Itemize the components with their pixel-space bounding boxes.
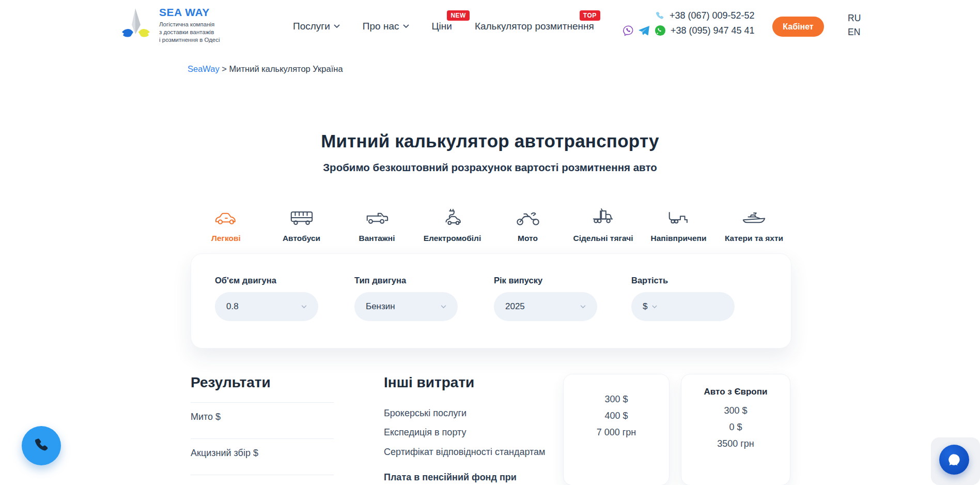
chat-fab-button[interactable]: [939, 445, 969, 475]
cost-label: Вартість: [631, 276, 735, 285]
tab-label: Катери та яхти: [725, 234, 783, 243]
breadcrumb-separator: >: [222, 64, 227, 73]
tab-semi-tractors[interactable]: Сідельні тягачі: [566, 203, 641, 243]
tab-label: Сідельні тягачі: [573, 234, 633, 243]
tab-cars[interactable]: Легкові: [189, 203, 264, 243]
tab-buses[interactable]: Автобуси: [264, 203, 339, 243]
call-fab-button[interactable]: [22, 426, 61, 465]
year-label: Рік випуску: [494, 276, 597, 285]
logo-tagline: Логістична компанія з доставки вантажів …: [159, 21, 220, 44]
currency-select[interactable]: $: [643, 301, 647, 312]
card-value: 300 $: [681, 405, 790, 416]
nav-label: Про нас: [363, 21, 399, 32]
nav-label: Калькулятор розмитнення: [475, 21, 594, 32]
telegram-icon[interactable]: [639, 25, 650, 36]
chat-bubble-icon: [946, 452, 962, 467]
cost-group: Вартість $: [631, 276, 735, 321]
logo-title: SEA WAY: [159, 6, 220, 19]
breadcrumb-current: Митний калькулятор Україна: [229, 64, 343, 73]
lang-ru[interactable]: RU: [848, 12, 861, 25]
motorcycle-icon: [515, 203, 541, 226]
engine-type-select[interactable]: Бензин: [354, 292, 458, 321]
card-title: Авто з Європи: [681, 387, 790, 397]
viber-icon[interactable]: [623, 25, 634, 36]
breadcrumb: SeaWay > Митний калькулятор Україна: [188, 64, 343, 74]
page-subtitle: Зробимо безкоштовний розрахунок вартості…: [0, 161, 980, 174]
car-icon: [213, 203, 239, 226]
nav-item-services[interactable]: Послуги: [293, 21, 340, 32]
tab-moto[interactable]: Мото: [490, 203, 566, 243]
result-row-duty: Мито $: [191, 402, 334, 438]
tab-label: Мото: [518, 234, 538, 243]
engine-volume-value: 0.8: [226, 301, 239, 312]
tab-semi-trailers[interactable]: Напівпричепи: [641, 203, 717, 243]
year-group: Рік випуску 2025: [494, 276, 597, 321]
phone-number-1[interactable]: +38 (067) 009-52-52: [670, 10, 755, 21]
chevron-down-icon: [403, 24, 409, 28]
nav-item-about[interactable]: Про нас: [363, 21, 409, 32]
vehicle-type-tabs: Легкові Автобуси Вантажні: [189, 203, 792, 243]
chevron-down-icon: [334, 24, 340, 28]
costs-card-general: 300 $ 400 $ 7 000 грн: [563, 374, 670, 485]
tab-label: Електромобілі: [424, 234, 481, 243]
top-badge: TOP: [580, 10, 600, 21]
year-select[interactable]: 2025: [494, 292, 597, 321]
cost-item-pension-fund: Плата в пенсійний фонд при реєстрації МР…: [384, 472, 539, 485]
chevron-down-icon: [580, 305, 586, 309]
engine-volume-group: Об'єм двигуна 0.8: [215, 276, 318, 321]
result-row-excise: Акцизний збір $: [191, 438, 334, 475]
card-value: 3500 грн: [681, 438, 790, 449]
page-title: Митний калькулятор автотранспорту: [0, 131, 980, 151]
tab-trucks[interactable]: Вантажні: [339, 203, 415, 243]
phone-icon: [655, 11, 665, 21]
seaway-logo-icon: [120, 7, 152, 43]
cost-item-certificate: Сертифікат відповідності стандартам: [384, 446, 570, 458]
engine-type-value: Бензин: [366, 301, 395, 312]
truck-icon: [364, 203, 390, 226]
card-value: 0 $: [681, 422, 790, 433]
phone-number-2[interactable]: +38 (095) 947 45 41: [671, 25, 755, 36]
engine-volume-label: Об'єм двигуна: [215, 276, 318, 285]
header: SEA WAY Логістична компанія з доставки в…: [0, 0, 980, 53]
tab-label: Вантажні: [359, 234, 395, 243]
electric-car-icon: [440, 203, 465, 226]
phone-icon: [33, 437, 50, 454]
engine-type-label: Тип двигуна: [354, 276, 458, 285]
logo[interactable]: SEA WAY Логістична компанія з доставки в…: [120, 6, 220, 44]
engine-volume-select[interactable]: 0.8: [215, 292, 318, 321]
chevron-down-icon: [441, 305, 446, 309]
bus-icon: [289, 203, 315, 226]
tab-electric-cars[interactable]: Електромобілі: [415, 203, 490, 243]
chevron-down-icon: [301, 305, 307, 309]
tab-label: Легкові: [211, 234, 241, 243]
results-section: Результати Мито $ Акцизний збір $: [191, 374, 334, 475]
header-contacts: +38 (067) 009-52-52 +38 (095) 947 45 41: [623, 10, 755, 36]
trailer-icon: [666, 203, 692, 226]
year-value: 2025: [505, 301, 525, 312]
cost-input[interactable]: [662, 301, 723, 312]
cabinet-button[interactable]: Кабінет: [772, 17, 824, 37]
cost-field[interactable]: $: [631, 292, 735, 321]
engine-type-group: Тип двигуна Бензин: [354, 276, 458, 321]
page: SEA WAY Логістична компанія з доставки в…: [0, 0, 980, 485]
nav-item-calculator[interactable]: Калькулятор розмитнення TOP: [475, 21, 594, 32]
phone-row-2: +38 (095) 947 45 41: [623, 25, 755, 36]
main-nav: Послуги Про нас Ціни NEW Калькулятор роз…: [293, 0, 594, 53]
tab-label: Автобуси: [283, 234, 320, 243]
language-switcher: RU EN: [848, 12, 861, 39]
cost-item-port: Експедиція в порту: [384, 427, 570, 438]
card-value: 300 $: [564, 394, 669, 405]
chevron-down-icon: [652, 305, 657, 309]
lang-en[interactable]: EN: [848, 26, 861, 39]
card-value: 7 000 грн: [564, 427, 669, 438]
phone-row-1: +38 (067) 009-52-52: [623, 10, 755, 21]
tab-boats-yachts[interactable]: Катери та яхти: [717, 203, 792, 243]
whatsapp-icon[interactable]: [655, 25, 666, 36]
other-costs-title: Інші витрати: [384, 374, 570, 391]
result-row-divider: [191, 475, 334, 475]
costs-card-europe: Авто з Європи 300 $ 0 $ 3500 грн: [681, 374, 790, 485]
nav-item-prices[interactable]: Ціни NEW: [432, 21, 452, 32]
calculator-form-card: Об'єм двигуна 0.8 Тип двигуна Бензин Рік…: [191, 253, 791, 348]
cost-item-broker: Брокерські послуги: [384, 407, 570, 419]
breadcrumb-home-link[interactable]: SeaWay: [188, 64, 220, 73]
